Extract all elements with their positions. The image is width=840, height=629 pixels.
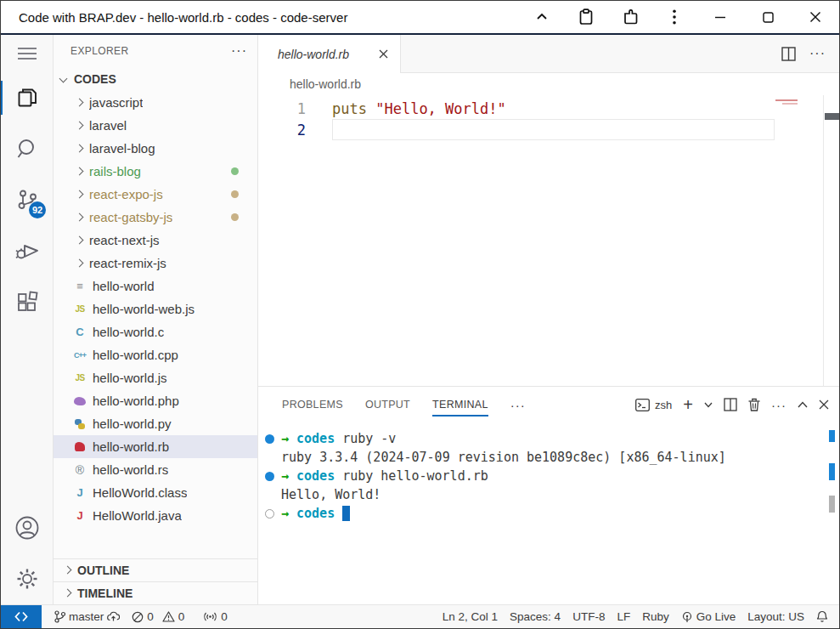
terminal-output-line: Hello, World! bbox=[258, 485, 839, 504]
keyboard-layout-status[interactable]: Layout: US bbox=[741, 610, 810, 623]
extensions-puzzle-icon[interactable] bbox=[608, 2, 652, 32]
tree-item-rails-blog[interactable]: rails-blog bbox=[54, 160, 257, 183]
bottom-panel: PROBLEMS OUTPUT TERMINAL ··· zsh + bbox=[258, 386, 839, 604]
tree-item-react-expo-js[interactable]: react-expo-js bbox=[54, 183, 257, 206]
maximize-panel-icon[interactable] bbox=[798, 401, 808, 408]
command-decoration-success[interactable] bbox=[265, 434, 274, 444]
ports-status[interactable]: 0 bbox=[197, 610, 234, 623]
editor-scrollbar[interactable] bbox=[823, 95, 839, 386]
tree-item-javascript[interactable]: javascript bbox=[54, 91, 257, 114]
terminal-ruler-mark bbox=[829, 430, 835, 442]
minimap[interactable] bbox=[772, 95, 823, 386]
tab-output[interactable]: OUTPUT bbox=[365, 387, 410, 422]
folder-section-codes[interactable]: CODES bbox=[54, 67, 257, 91]
explorer-more-actions-icon[interactable]: ··· bbox=[231, 43, 247, 59]
hamburger-menu-icon[interactable] bbox=[1, 35, 53, 72]
tree-item-react-remix-js[interactable]: react-remix-js bbox=[54, 252, 257, 275]
tab-terminal[interactable]: TERMINAL bbox=[432, 387, 488, 422]
chevron-right-icon bbox=[72, 142, 86, 156]
tree-item-hello-world[interactable]: ≡hello-world bbox=[54, 275, 257, 298]
command-decoration-pending bbox=[265, 509, 274, 518]
terminal-output[interactable]: → codes ruby -v ruby 3.3.4 (2024-07-09 r… bbox=[258, 422, 839, 604]
tab-hello-world-rb[interactable]: hello-world.rb bbox=[258, 35, 401, 73]
extensions-activity-icon[interactable] bbox=[1, 276, 53, 327]
timeline-section[interactable]: TIMELINE bbox=[54, 581, 257, 604]
close-tab-icon[interactable] bbox=[375, 46, 392, 63]
tree-item-hello-world-py[interactable]: hello-world.py bbox=[54, 412, 257, 435]
language-mode-status[interactable]: Ruby bbox=[636, 610, 675, 623]
tree-item-hello-world-rs[interactable]: ®hello-world.rs bbox=[54, 458, 257, 481]
error-icon bbox=[132, 611, 144, 623]
chevron-right-icon bbox=[72, 211, 86, 224]
tree-item-hello-world-js[interactable]: JShello-world.js bbox=[54, 366, 257, 389]
tree-item-helloworld-java[interactable]: JHelloWorld.java bbox=[54, 504, 257, 527]
terminal-command-line: → codes ruby hello-world.rb bbox=[258, 467, 839, 485]
tree-item-react-gatsby-js[interactable]: react-gatsby-js bbox=[54, 206, 257, 229]
minimize-button[interactable] bbox=[696, 1, 744, 33]
chevron-right-icon bbox=[72, 165, 86, 178]
java-icon: J bbox=[72, 509, 87, 522]
explorer-activity-icon[interactable] bbox=[1, 72, 53, 123]
title-bar: Code with BRAP.dev - hello-world.rb - co… bbox=[1, 1, 839, 35]
git-branch-status[interactable]: master bbox=[48, 610, 126, 623]
tree-item-hello-world-c[interactable]: Chello-world.c bbox=[54, 320, 257, 343]
kill-terminal-trash-icon[interactable] bbox=[748, 398, 760, 411]
encoding-status[interactable]: UTF-8 bbox=[567, 610, 611, 623]
tree-item-hello-world-cpp[interactable]: C++hello-world.cpp bbox=[54, 343, 257, 366]
outline-section[interactable]: OUTLINE bbox=[54, 558, 257, 581]
chevron-right-icon bbox=[72, 119, 86, 133]
command-decoration-success[interactable] bbox=[265, 472, 274, 481]
tree-item-laravel-blog[interactable]: laravel-blog bbox=[54, 137, 257, 160]
indentation-status[interactable]: Spaces: 4 bbox=[504, 610, 567, 623]
shell-selector[interactable]: zsh bbox=[635, 399, 672, 411]
line-number-active: 2 bbox=[258, 122, 332, 139]
c-icon: C bbox=[72, 326, 87, 338]
remote-indicator[interactable] bbox=[1, 605, 42, 628]
close-window-button[interactable] bbox=[792, 1, 839, 33]
problems-status[interactable]: 0 0 bbox=[126, 610, 190, 623]
settings-gear-icon[interactable] bbox=[1, 553, 53, 604]
terminal-cursor bbox=[342, 506, 350, 521]
browser-menu-up-icon[interactable] bbox=[520, 2, 564, 32]
search-activity-icon[interactable] bbox=[1, 123, 53, 174]
chevron-down-icon bbox=[57, 72, 70, 86]
plain-file-icon: ≡ bbox=[72, 280, 87, 292]
tree-item-hello-world-web-js[interactable]: JShello-world-web.js bbox=[54, 298, 257, 320]
cpp-icon: C++ bbox=[72, 351, 87, 360]
editor-more-actions-icon[interactable]: ··· bbox=[809, 46, 826, 61]
close-panel-icon[interactable] bbox=[819, 400, 829, 410]
tree-item-laravel[interactable]: laravel bbox=[54, 114, 257, 137]
warning-icon bbox=[162, 611, 175, 622]
tab-problems[interactable]: PROBLEMS bbox=[282, 387, 343, 422]
clipboard-icon[interactable] bbox=[564, 2, 608, 32]
terminal-dropdown-icon[interactable] bbox=[704, 402, 713, 408]
js-icon: JS bbox=[72, 304, 87, 314]
new-terminal-icon[interactable]: + bbox=[683, 395, 693, 415]
tree-item-hello-world-php[interactable]: hello-world.php bbox=[54, 389, 257, 412]
panel-more-actions-icon[interactable]: ··· bbox=[771, 398, 786, 412]
chevron-right-icon bbox=[72, 234, 86, 247]
account-icon[interactable] bbox=[1, 502, 53, 553]
panel-tabs-more-icon[interactable]: ··· bbox=[510, 398, 526, 412]
source-control-activity-icon[interactable]: 92 bbox=[1, 174, 53, 225]
split-editor-icon[interactable] bbox=[781, 47, 796, 61]
tree-item-react-next-js[interactable]: react-next-js bbox=[54, 229, 257, 252]
go-live-button[interactable]: Go Live bbox=[675, 610, 742, 623]
tree-item-helloworld-class[interactable]: JHelloWorld.class bbox=[54, 481, 257, 504]
notifications-bell-icon[interactable] bbox=[810, 610, 834, 623]
terminal-prompt-line[interactable]: → codes bbox=[258, 504, 839, 523]
kebab-menu-icon[interactable] bbox=[652, 2, 696, 32]
maximize-button[interactable] bbox=[744, 1, 792, 33]
split-terminal-icon[interactable] bbox=[724, 398, 737, 411]
tree-item-hello-world-rb[interactable]: hello-world.rb bbox=[54, 435, 257, 458]
status-bar: master 0 0 0 Ln 2, Col 1 Spaces: 4 UTF-8… bbox=[1, 604, 839, 628]
chevron-right-icon bbox=[60, 586, 74, 600]
code-editor[interactable]: 1 puts "Hello, World!" 2 bbox=[258, 95, 839, 386]
breadcrumb[interactable]: hello-world.rb bbox=[258, 73, 839, 95]
rust-icon: ® bbox=[72, 463, 87, 477]
cursor-position-status[interactable]: Ln 2, Col 1 bbox=[437, 610, 504, 623]
run-debug-activity-icon[interactable] bbox=[1, 225, 53, 276]
eol-status[interactable]: LF bbox=[611, 610, 636, 623]
chevron-right-icon bbox=[72, 257, 86, 270]
broadcast-tower-icon bbox=[203, 611, 217, 622]
